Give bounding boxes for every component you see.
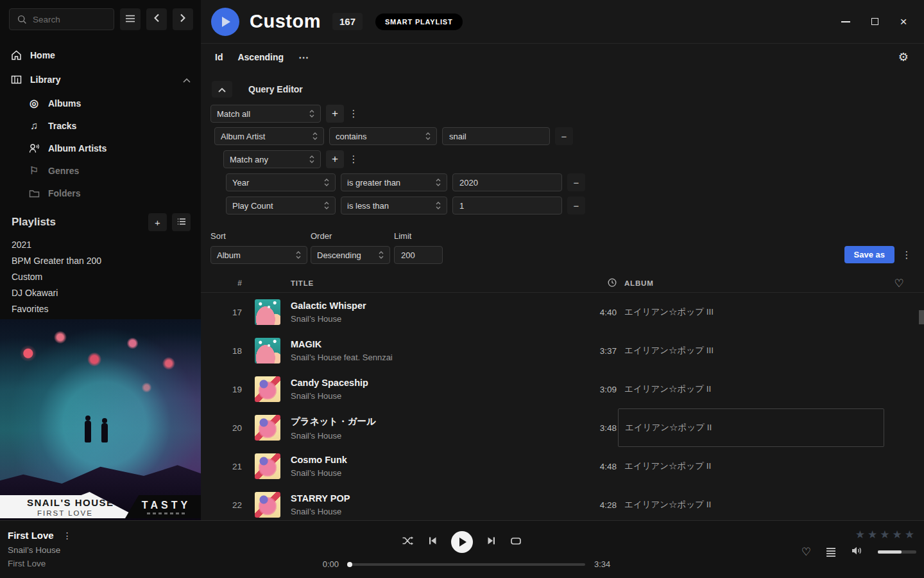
add-rule-button[interactable]: + bbox=[326, 150, 344, 168]
order-select-value: Descending bbox=[317, 250, 361, 260]
ellipsis-icon[interactable]: ⋯ bbox=[298, 51, 309, 64]
track-row[interactable]: 17 Galactic Whisper Snail’s House 4:40 エ… bbox=[201, 293, 924, 331]
sidebar-item-home[interactable]: Home bbox=[0, 43, 201, 67]
favorite-button[interactable]: ♡ bbox=[801, 545, 811, 559]
rating-stars[interactable]: ★★★★★ bbox=[855, 528, 914, 541]
track-row[interactable]: 20 プラネット・ガール Snail’s House 3:48 エイリアン☆ポッ… bbox=[201, 408, 924, 447]
volume-slider[interactable] bbox=[878, 550, 916, 554]
select-arrows-icon bbox=[309, 155, 314, 164]
add-playlist-button[interactable]: + bbox=[148, 213, 167, 231]
track-options-button[interactable]: ⋮ bbox=[63, 530, 72, 541]
star-icon[interactable]: ★ bbox=[868, 528, 877, 541]
rule-value-input[interactable]: 2020 bbox=[452, 173, 562, 191]
settings-gear-icon[interactable]: ⚙ bbox=[898, 50, 909, 64]
chevron-up-icon[interactable] bbox=[183, 74, 191, 85]
scrollbar-thumb[interactable] bbox=[919, 310, 924, 324]
queue-button[interactable] bbox=[826, 548, 835, 557]
save-as-button[interactable]: Save as bbox=[844, 246, 894, 263]
playlist-header: Custom 167 SMART PLAYLIST × bbox=[201, 0, 924, 44]
track-album-focused-cell[interactable]: エイリアン☆ポップ II bbox=[618, 408, 884, 447]
seek-handle[interactable] bbox=[347, 562, 352, 567]
track-duration: 4:28 bbox=[579, 500, 618, 510]
column-number[interactable]: # bbox=[211, 279, 242, 288]
playlist-menu-button[interactable] bbox=[172, 213, 191, 231]
track-row[interactable]: 21 Cosmo Funk Snail’s House 4:48 エイリアン☆ポ… bbox=[201, 447, 924, 486]
track-row[interactable]: 19 Candy Spaceship Snail’s House 3:09 エイ… bbox=[201, 370, 924, 408]
star-icon[interactable]: ★ bbox=[880, 528, 889, 541]
sort-select[interactable]: Album bbox=[210, 246, 307, 264]
sidebar-item-label: Albums bbox=[48, 98, 81, 109]
search-input[interactable] bbox=[33, 15, 107, 24]
next-button[interactable] bbox=[487, 536, 496, 548]
remove-rule-button[interactable]: − bbox=[567, 173, 585, 191]
remove-rule-button[interactable]: − bbox=[555, 127, 573, 145]
playlist-item[interactable]: Custom bbox=[0, 268, 201, 285]
rule-value-input[interactable]: snail bbox=[442, 127, 550, 145]
minimize-button[interactable] bbox=[841, 17, 851, 27]
group-options-button[interactable]: ⋮ bbox=[349, 105, 358, 123]
rule-field-select[interactable]: Album Artist bbox=[214, 127, 324, 145]
close-button[interactable]: × bbox=[898, 17, 909, 27]
column-title[interactable]: TITLE bbox=[291, 279, 579, 287]
limit-input[interactable]: 200 bbox=[394, 246, 443, 264]
sidebar-item-folders[interactable]: Folders bbox=[0, 182, 201, 204]
collapse-button[interactable] bbox=[212, 81, 232, 98]
playlist-item[interactable]: DJ Okawari bbox=[0, 285, 201, 301]
sort-direction[interactable]: Ascending bbox=[237, 52, 284, 62]
play-icon bbox=[459, 538, 466, 547]
sidebar-item-tracks[interactable]: ♫ Tracks bbox=[0, 114, 201, 137]
back-button[interactable] bbox=[146, 8, 167, 30]
sort-field[interactable]: Id bbox=[215, 52, 223, 62]
track-duration: 3:09 bbox=[579, 385, 618, 394]
order-select[interactable]: Descending bbox=[311, 246, 390, 264]
star-icon[interactable]: ★ bbox=[855, 528, 865, 541]
rule-operator-select[interactable]: contains bbox=[329, 127, 437, 145]
column-duration[interactable] bbox=[579, 278, 618, 289]
track-row[interactable]: 18 MAGIK Snail’s House feat. Sennzai 3:3… bbox=[201, 331, 924, 370]
rule-operator-select[interactable]: is greater than bbox=[341, 173, 447, 191]
add-rule-button[interactable]: + bbox=[326, 105, 344, 123]
playlist-item[interactable]: BPM Greater than 200 bbox=[0, 252, 201, 268]
track-artist: Snail’s House bbox=[291, 431, 579, 441]
volume-button[interactable] bbox=[851, 546, 862, 558]
rule-field-select[interactable]: Play Count bbox=[226, 197, 336, 215]
rule-value-input[interactable]: 1 bbox=[452, 197, 562, 215]
menu-button[interactable] bbox=[120, 8, 141, 30]
column-album[interactable]: ALBUM bbox=[618, 279, 884, 287]
sidebar-item-genres[interactable]: ⚐ Genres bbox=[0, 159, 201, 182]
star-icon[interactable]: ★ bbox=[905, 528, 914, 541]
group-options-button[interactable]: ⋮ bbox=[349, 150, 358, 168]
track-count-badge: 167 bbox=[332, 13, 363, 30]
match-select[interactable]: Match any bbox=[223, 150, 321, 168]
track-row[interactable]: 22 STARRY POP Snail’s House 4:28 エイリアン☆ポ… bbox=[201, 486, 924, 520]
save-options-button[interactable]: ⋮ bbox=[900, 246, 913, 263]
previous-button[interactable] bbox=[428, 536, 437, 548]
query-subgroup-row: Match any + ⋮ bbox=[223, 150, 924, 168]
remove-rule-button[interactable]: − bbox=[567, 197, 585, 215]
sidebar-item-album-artists[interactable]: Album Artists bbox=[0, 137, 201, 159]
shuffle-button[interactable] bbox=[402, 536, 414, 548]
rule-field-value: Album Artist bbox=[221, 132, 265, 141]
playlist-item[interactable]: Favorites bbox=[0, 301, 201, 317]
track-duration: 4:48 bbox=[579, 462, 618, 471]
playlist-item[interactable]: 2021 bbox=[0, 236, 201, 252]
repeat-button[interactable] bbox=[510, 536, 522, 548]
track-title: MAGIK bbox=[291, 339, 579, 349]
star-icon[interactable]: ★ bbox=[893, 528, 902, 541]
sidebar-item-albums[interactable]: ◎ Albums bbox=[0, 92, 201, 114]
rule-operator-select[interactable]: is less than bbox=[341, 197, 447, 215]
column-favorite[interactable]: ♡ bbox=[884, 277, 914, 290]
artwork-figure bbox=[101, 423, 108, 442]
search-box[interactable] bbox=[9, 8, 114, 30]
forward-button[interactable] bbox=[173, 8, 193, 30]
close-icon: × bbox=[900, 15, 907, 28]
play-playlist-button[interactable] bbox=[211, 8, 239, 36]
rule-field-select[interactable]: Year bbox=[226, 173, 336, 191]
seek-bar[interactable] bbox=[348, 563, 585, 566]
sort-toolbar: Id Ascending ⋯ ⚙ bbox=[201, 44, 924, 71]
plus-icon: + bbox=[332, 107, 338, 120]
match-select[interactable]: Match all bbox=[210, 105, 321, 123]
sidebar-item-library[interactable]: Library bbox=[0, 67, 201, 92]
play-pause-button[interactable] bbox=[451, 531, 473, 553]
maximize-button[interactable] bbox=[869, 17, 880, 27]
